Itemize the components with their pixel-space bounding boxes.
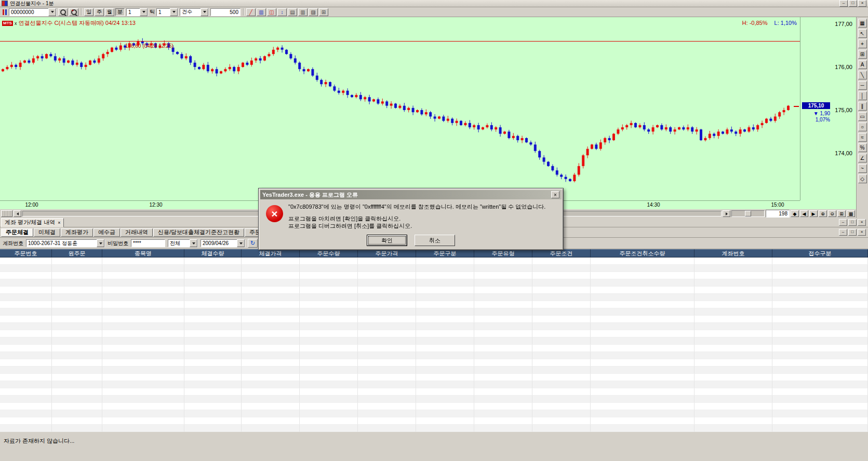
column-header-10[interactable]: 주문조건취소수량 xyxy=(591,249,695,257)
crosshair-icon[interactable]: + xyxy=(858,39,867,48)
angle-tool-icon[interactable]: ∠ xyxy=(858,154,867,162)
layout-icon[interactable]: ▦ xyxy=(847,210,855,217)
interval-select[interactable]: 1 xyxy=(126,8,148,16)
parallel-lines-icon[interactable]: ∥ xyxy=(858,102,867,111)
ellipse-tool-icon[interactable]: ○ xyxy=(858,123,867,131)
panel-tab-0[interactable]: 주문체결 xyxy=(1,228,33,237)
step-forward-icon[interactable]: ▶ xyxy=(809,210,818,217)
account-select[interactable]: 1000-2067-31 정동훈 xyxy=(26,239,105,247)
cancel-button[interactable]: 취소 xyxy=(415,235,455,246)
period-minute-button[interactable]: 분 xyxy=(115,8,125,16)
maximize-button[interactable]: □ xyxy=(849,0,857,7)
ok-button[interactable]: 확인 xyxy=(367,235,407,246)
chart-window-icon[interactable]: ▦ xyxy=(858,19,867,28)
close-button[interactable]: × xyxy=(858,0,866,7)
panel-tab-1[interactable]: 미체결 xyxy=(34,228,60,237)
bar-chart-icon[interactable]: ▥ xyxy=(257,8,266,16)
maximize-button[interactable]: □ xyxy=(848,219,857,226)
table-row[interactable] xyxy=(0,425,868,432)
vertical-line-icon[interactable]: │ xyxy=(858,91,867,100)
column-header-2[interactable]: 종목명 xyxy=(102,249,184,257)
password-input[interactable] xyxy=(131,239,165,247)
slider-thumb[interactable] xyxy=(745,211,751,216)
panel-tab[interactable]: 계좌 평가/체결 내역 × xyxy=(1,218,64,227)
table-row[interactable] xyxy=(0,337,868,345)
symbol-select[interactable]: 00000000 xyxy=(9,8,57,16)
visible-bars-input[interactable] xyxy=(766,210,790,218)
chevron-down-icon[interactable] xyxy=(170,8,178,16)
step-back-icon[interactable]: ◀ xyxy=(800,210,808,217)
panel-tab-2[interactable]: 계좌평가 xyxy=(61,228,93,237)
text-tool-icon[interactable]: A xyxy=(858,60,867,69)
table-row[interactable] xyxy=(0,272,868,279)
column-header-11[interactable]: 계좌번호 xyxy=(695,249,772,257)
zoom-slider[interactable] xyxy=(731,210,765,217)
updown-arrows-icon[interactable]: ↕ xyxy=(277,8,287,16)
table-row[interactable] xyxy=(0,388,868,396)
dialog-titlebar[interactable]: YesTrader3.exe - 응용 프로그램 오류 × xyxy=(260,190,562,199)
chevron-down-icon[interactable] xyxy=(48,8,56,16)
report-icon[interactable]: ▨ xyxy=(309,8,318,16)
column-header-3[interactable]: 체결수량 xyxy=(184,249,242,257)
panel-close-icon[interactable]: × xyxy=(58,220,60,225)
scope-select[interactable]: 전체 xyxy=(168,239,198,247)
line-chart-icon[interactable]: ╱ xyxy=(246,8,256,16)
trendline-icon[interactable]: ╲ xyxy=(858,71,867,79)
count-input[interactable] xyxy=(210,8,241,16)
minimize-button[interactable]: – xyxy=(839,219,847,226)
column-header-5[interactable]: 주문수량 xyxy=(300,249,358,257)
minimize-button[interactable]: – xyxy=(839,229,847,236)
date-select[interactable]: 2009/04/26 xyxy=(201,239,245,247)
badge-close-icon[interactable]: x xyxy=(15,21,17,26)
splitter-handle[interactable] xyxy=(1,210,12,217)
scroll-left-button[interactable] xyxy=(14,210,21,217)
scroll-right-button[interactable] xyxy=(723,210,730,217)
table-row[interactable] xyxy=(0,279,868,287)
column-header-4[interactable]: 체결가격 xyxy=(242,249,300,257)
table-row[interactable] xyxy=(0,330,868,337)
table-row[interactable] xyxy=(0,403,868,410)
table-row[interactable] xyxy=(0,345,868,352)
table-row[interactable] xyxy=(0,287,868,294)
column-header-6[interactable]: 주문가격 xyxy=(358,249,416,257)
candle-chart-icon[interactable]: ◫ xyxy=(267,8,276,16)
dialog-close-button[interactable]: × xyxy=(551,191,559,198)
grid-layout-icon[interactable]: ⊞ xyxy=(319,8,328,16)
panel-tab-5[interactable]: 신용/담보대출체결기준잔고현황 xyxy=(153,228,244,237)
cursor-icon[interactable]: ↖ xyxy=(858,29,867,38)
tick-select[interactable]: 1 xyxy=(156,8,178,16)
minimize-button[interactable]: – xyxy=(839,0,848,7)
column-header-7[interactable]: 주문구분 xyxy=(416,249,474,257)
column-header-8[interactable]: 주문유형 xyxy=(474,249,532,257)
table-row[interactable] xyxy=(0,396,868,403)
column-header-12[interactable]: 접수구분 xyxy=(772,249,868,257)
chevron-down-icon[interactable] xyxy=(237,239,245,247)
close-button[interactable]: × xyxy=(858,219,866,226)
table-row[interactable] xyxy=(0,410,868,417)
rectangle-tool-icon[interactable]: ▭ xyxy=(858,112,867,121)
table-row[interactable] xyxy=(0,265,868,272)
table-row[interactable] xyxy=(0,367,868,374)
table-row[interactable] xyxy=(0,308,868,316)
table-row[interactable] xyxy=(0,316,868,323)
zoom-out-icon[interactable]: ⊖ xyxy=(828,210,836,217)
eraser-icon[interactable]: ◇ xyxy=(858,174,867,183)
table-row[interactable] xyxy=(0,257,868,265)
table-row[interactable] xyxy=(0,352,868,359)
table-row[interactable] xyxy=(0,301,868,308)
table-row[interactable] xyxy=(0,374,868,381)
zoom-search-icon[interactable]: + xyxy=(69,8,78,16)
close-button[interactable]: × xyxy=(858,229,866,236)
period-month-button[interactable]: 월 xyxy=(105,8,114,16)
zoom-area-icon[interactable]: ⊞ xyxy=(858,50,867,59)
table-row[interactable] xyxy=(0,359,868,367)
search-icon[interactable] xyxy=(58,8,68,16)
indicator-icon[interactable]: ~ xyxy=(858,164,867,173)
first-bar-icon[interactable]: ◆ xyxy=(791,210,799,217)
column-header-9[interactable]: 주문조건 xyxy=(532,249,591,257)
chevron-down-icon[interactable] xyxy=(140,8,148,16)
grid-icon[interactable]: ⊞ xyxy=(837,210,846,217)
percent-tool-icon[interactable]: % xyxy=(858,143,867,152)
horizontal-line-icon[interactable]: ─ xyxy=(858,81,867,90)
column-header-1[interactable]: 원주문 xyxy=(52,249,102,257)
